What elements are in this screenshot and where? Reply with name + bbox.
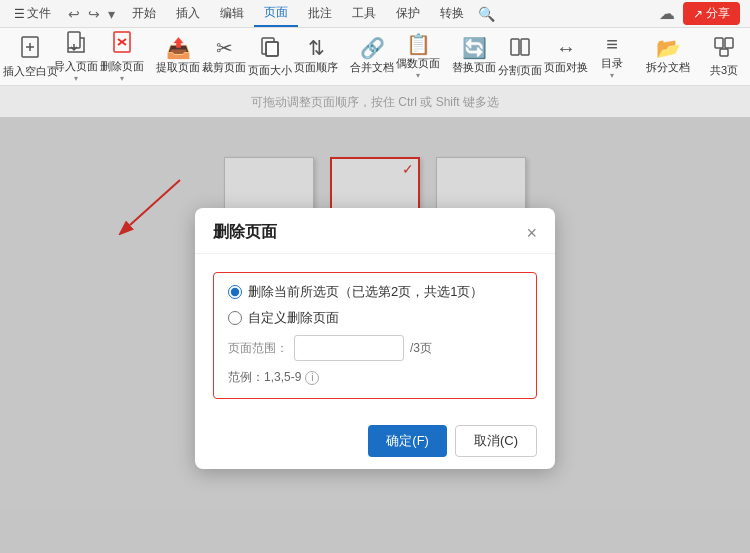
replace-page-button[interactable]: 🔄 替换页面 [452, 31, 496, 83]
tab-tools[interactable]: 工具 [342, 1, 386, 26]
hint-text: 可拖动调整页面顺序，按住 Ctrl 或 Shift 键多选 [251, 95, 499, 109]
svg-rect-11 [511, 39, 519, 55]
page-range-label-text: 页面范围： [228, 340, 288, 357]
toolbar-row1: 插入空白页 导入页面 ▾ 删除页面 [0, 28, 750, 86]
undo-button[interactable]: ↩ [65, 4, 83, 24]
tab-insert[interactable]: 插入 [166, 1, 210, 26]
menu-bar: ☰ 文件 ↩ ↪ ▾ 开始 插入 编辑 页面 批注 工具 保护 转换 🔍 ☁ ↗… [0, 0, 750, 28]
page-range-section: 删除当前所选页（已选第2页，共选1页） 自定义删除页面 页面范围： /3页 范 [213, 272, 537, 399]
split-label: 分割页面 [498, 63, 542, 78]
even-page-label: 偶数页面 [396, 56, 440, 71]
info-icon[interactable]: i [305, 371, 319, 385]
crop-page-button[interactable]: ✂ 裁剪页面 [202, 31, 246, 83]
split-doc-icon: 📂 [656, 38, 681, 58]
delete-page-arrow: ▾ [120, 74, 124, 83]
share-label: 分享 [706, 5, 730, 22]
insert-blank-label: 插入空白页 [3, 64, 58, 79]
svg-rect-14 [725, 38, 733, 48]
page-order-label: 页面顺序 [294, 60, 338, 75]
more-undo-button[interactable]: ▾ [105, 4, 118, 24]
radio-group: 删除当前所选页（已选第2页，共选1页） 自定义删除页面 [228, 283, 522, 327]
toc-icon: ≡ [606, 34, 618, 54]
merge-doc-button[interactable]: 🔗 合并文档 [350, 31, 394, 83]
merge-doc-label: 合并文档 [350, 60, 394, 75]
svg-rect-12 [521, 39, 529, 55]
split-doc-label: 拆分文档 [646, 60, 690, 75]
tab-convert[interactable]: 转换 [430, 1, 474, 26]
dialog-close-button[interactable]: × [526, 224, 537, 242]
extract-label: 提取页面 [156, 60, 200, 75]
option1-radio[interactable]: 删除当前所选页（已选第2页，共选1页） [228, 283, 522, 301]
page-range-suffix: /3页 [410, 340, 432, 357]
share-icon: ↗ [693, 7, 703, 21]
svg-rect-15 [720, 49, 728, 56]
page-range-row: 页面范围： /3页 [228, 335, 522, 361]
page-range-input[interactable] [294, 335, 404, 361]
split-icon [509, 36, 531, 61]
tab-edit[interactable]: 编辑 [210, 1, 254, 26]
hint-bar: 可拖动调整页面顺序，按住 Ctrl 或 Shift 键多选 [0, 86, 750, 117]
insert-blank-icon [18, 35, 42, 62]
confirm-button[interactable]: 确定(F) [368, 425, 447, 457]
extract-icon: 📤 [166, 38, 191, 58]
tab-page[interactable]: 页面 [254, 0, 298, 27]
page-order-button[interactable]: ⇅ 页面顺序 [294, 31, 338, 83]
even-page-arrow: ▾ [416, 71, 420, 80]
split-page-button[interactable]: 分割页面 [498, 31, 542, 83]
shared-icon [713, 36, 735, 61]
menu-icon: ☰ [14, 7, 25, 21]
insert-blank-button[interactable]: 插入空白页 [8, 31, 52, 83]
tab-protect[interactable]: 保护 [386, 1, 430, 26]
redo-button[interactable]: ↪ [85, 4, 103, 24]
page-range-example: 范例：1,3,5-9 i [228, 369, 522, 386]
dialog-overlay: 删除页面 × 删除当前所选页（已选第2页，共选1页） 自定义删除页面 [0, 117, 750, 553]
option1-input[interactable] [228, 285, 242, 299]
tab-start[interactable]: 开始 [122, 1, 166, 26]
option2-radio[interactable]: 自定义删除页面 [228, 309, 522, 327]
dialog-header: 删除页面 × [195, 208, 555, 254]
replace-icon: 🔄 [462, 38, 487, 58]
shared-count-button[interactable]: 共3页 [702, 31, 746, 83]
toc-arrow: ▾ [610, 71, 614, 80]
flip-page-button[interactable]: ↔ 页面对换 [544, 31, 588, 83]
shared-label: 共3页 [710, 63, 738, 78]
page-size-icon [259, 36, 281, 61]
import-page-arrow: ▾ [74, 74, 78, 83]
crop-label: 裁剪页面 [202, 60, 246, 75]
search-icon[interactable]: 🔍 [478, 6, 495, 22]
example-text: 范例：1,3,5-9 [228, 369, 301, 386]
cancel-button[interactable]: 取消(C) [455, 425, 537, 457]
file-label[interactable]: 文件 [27, 5, 51, 22]
split-doc-button[interactable]: 📂 拆分文档 [646, 31, 690, 83]
page-size-button[interactable]: 页面大小 [248, 31, 292, 83]
crop-icon: ✂ [216, 38, 233, 58]
even-page-button[interactable]: 📋 偶数页面 ▾ [396, 31, 440, 83]
undo-area: ↩ ↪ ▾ [61, 4, 122, 24]
share-button[interactable]: ↗ 分享 [683, 2, 740, 25]
even-page-icon: 📋 [406, 34, 431, 54]
svg-rect-9 [266, 42, 278, 56]
extract-page-button[interactable]: 📤 提取页面 [156, 31, 200, 83]
flip-icon: ↔ [556, 38, 576, 58]
tab-comment[interactable]: 批注 [298, 1, 342, 26]
page-order-icon: ⇅ [308, 38, 325, 58]
top-section: ☰ 文件 ↩ ↪ ▾ 开始 插入 编辑 页面 批注 工具 保护 转换 🔍 ☁ ↗… [0, 0, 750, 86]
cloud-icon[interactable]: ☁ [659, 4, 675, 23]
toc-label: 目录 [601, 56, 623, 71]
option2-label: 自定义删除页面 [248, 309, 339, 327]
flip-label: 页面对换 [544, 60, 588, 75]
merge-doc-icon: 🔗 [360, 38, 385, 58]
file-menu[interactable]: ☰ 文件 [4, 1, 61, 26]
page-size-label: 页面大小 [248, 63, 292, 78]
dialog-title: 删除页面 [213, 222, 277, 243]
delete-page-button[interactable]: 删除页面 ▾ [100, 31, 144, 83]
replace-label: 替换页面 [452, 60, 496, 75]
delete-page-icon [110, 30, 134, 57]
import-page-icon [64, 30, 88, 57]
import-page-button[interactable]: 导入页面 ▾ [54, 31, 98, 83]
import-page-label: 导入页面 [54, 59, 98, 74]
main-area: 1 2 3 删除页面 × 删除当前所选页（已选第2页，共选1页） [0, 117, 750, 553]
option2-input[interactable] [228, 311, 242, 325]
toc-button[interactable]: ≡ 目录 ▾ [590, 31, 634, 83]
svg-rect-13 [715, 38, 723, 48]
